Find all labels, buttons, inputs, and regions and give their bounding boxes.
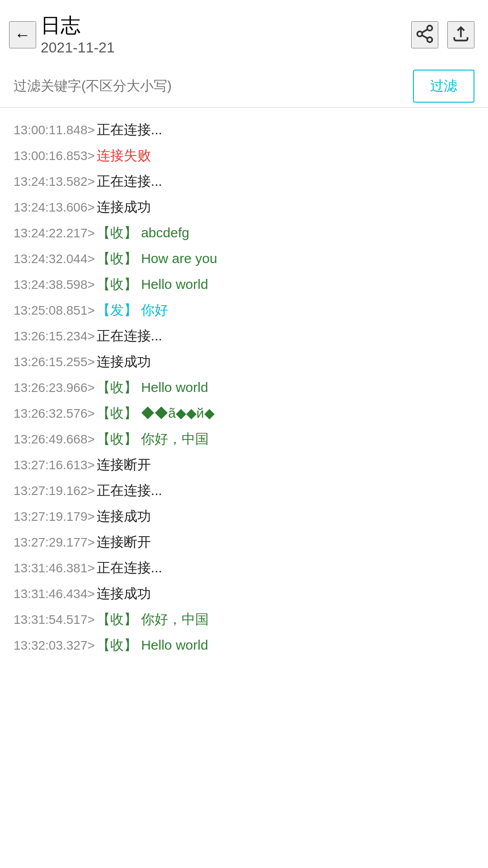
log-timestamp: 13:27:19.162> [14,481,95,500]
log-content: 【收】 abcdefg [97,222,474,243]
log-content: 【收】 你好，中国 [97,429,474,449]
log-entry: 13:26:49.668> 【收】 你好，中国 [14,426,474,452]
filter-bar: 过滤 [0,65,488,108]
log-container: 13:00:11.848> 正在连接...13:00:16.853> 连接失败1… [0,112,488,662]
log-entry: 13:25:08.851> 【发】 你好 [14,297,474,323]
log-content: 【发】 你好 [97,300,474,320]
log-timestamp: 13:32:03.327> [14,636,95,655]
log-content: 【收】 你好，中国 [97,609,474,629]
log-content: 正在连接... [97,480,474,500]
log-entry: 13:24:22.217> 【收】 abcdefg [14,220,474,245]
log-entry: 13:00:16.853> 连接失败 [14,142,474,168]
log-entry: 13:24:13.606> 连接成功 [14,194,474,220]
log-timestamp: 13:26:15.234> [14,327,95,346]
log-content: 【收】 How are you [97,248,474,269]
log-content: 正在连接... [97,171,474,191]
log-entry: 13:27:19.162> 正在连接... [14,477,474,503]
log-timestamp: 13:25:08.851> [14,301,95,320]
page-date: 2021-11-21 [41,39,411,56]
log-content: 正在连接... [97,557,474,578]
log-entry: 13:27:16.613> 连接断开 [14,452,474,477]
log-content: 连接成功 [97,197,474,217]
log-entry: 13:32:03.327> 【收】 Hello world [14,632,474,658]
log-entry: 13:27:29.177> 连接断开 [14,529,474,555]
log-timestamp: 13:24:38.598> [14,275,95,294]
log-entry: 13:31:46.381> 正在连接... [14,555,474,580]
log-timestamp: 13:24:13.606> [14,198,95,217]
filter-input[interactable] [14,74,404,98]
log-content: 【收】 ◆◆ã◆◆й◆ [97,403,474,423]
log-timestamp: 13:31:54.517> [14,610,95,629]
page-title: 日志 [41,14,411,38]
log-content: 正在连接... [97,119,474,140]
log-timestamp: 13:31:46.381> [14,559,95,578]
log-content: 连接失败 [97,145,474,165]
log-timestamp: 13:26:15.255> [14,353,95,372]
filter-button[interactable]: 过滤 [413,70,474,103]
log-entry: 13:26:32.576> 【收】 ◆◆ã◆◆й◆ [14,400,474,426]
export-icon [451,24,471,45]
log-entry: 13:26:15.234> 正在连接... [14,323,474,349]
svg-point-1 [418,32,422,37]
log-timestamp: 13:00:11.848> [14,121,95,140]
log-content: 正在连接... [97,326,474,346]
svg-point-0 [427,26,432,31]
log-entry: 13:24:32.044> 【收】 How are you [14,245,474,271]
log-entry: 13:26:23.966> 【收】 Hello world [14,374,474,400]
header: ← 日志 2021-11-21 [0,0,488,65]
export-button[interactable] [447,21,474,48]
log-entry: 13:31:54.517> 【收】 你好，中国 [14,606,474,632]
log-entry: 13:31:46.434> 连接成功 [14,580,474,606]
log-timestamp: 13:27:16.613> [14,456,95,475]
svg-line-4 [422,29,428,33]
share-button[interactable] [411,21,438,48]
log-timestamp: 13:00:16.853> [14,146,95,165]
svg-point-2 [427,38,432,42]
log-timestamp: 13:26:49.668> [14,430,95,449]
log-content: 【收】 Hello world [97,274,474,294]
svg-line-3 [422,35,428,38]
log-timestamp: 13:26:32.576> [14,404,95,423]
share-icon [415,24,435,45]
log-entry: 13:24:38.598> 【收】 Hello world [14,271,474,297]
log-content: 连接成功 [97,583,474,604]
header-title-area: 日志 2021-11-21 [41,14,411,56]
back-icon: ← [14,25,31,44]
log-content: 【收】 Hello world [97,377,474,397]
log-content: 连接断开 [97,532,474,552]
log-content: 【收】 Hello world [97,635,474,655]
log-entry: 13:24:13.582> 正在连接... [14,168,474,194]
back-button[interactable]: ← [9,21,36,48]
log-timestamp: 13:31:46.434> [14,585,95,604]
header-actions [411,21,474,48]
log-timestamp: 13:26:23.966> [14,378,95,397]
log-entry: 13:27:19.179> 连接成功 [14,503,474,529]
log-timestamp: 13:24:22.217> [14,224,95,243]
log-timestamp: 13:27:19.179> [14,507,95,526]
log-content: 连接成功 [97,351,474,372]
log-content: 连接断开 [97,454,474,475]
log-entry: 13:00:11.848> 正在连接... [14,117,474,142]
log-content: 连接成功 [97,506,474,526]
log-timestamp: 13:27:29.177> [14,533,95,552]
log-entry: 13:26:15.255> 连接成功 [14,349,474,374]
log-timestamp: 13:24:13.582> [14,172,95,191]
log-timestamp: 13:24:32.044> [14,250,95,269]
